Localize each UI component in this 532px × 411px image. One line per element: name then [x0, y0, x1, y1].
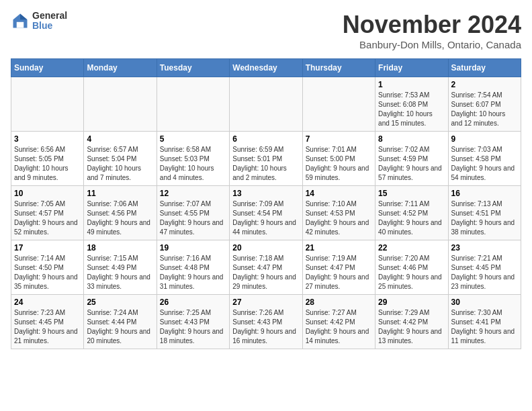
month-title: November 2024 — [343, 11, 521, 39]
day-info: Sunrise: 7:07 AM Sunset: 4:55 PM Dayligh… — [160, 199, 226, 237]
calendar-cell: 25Sunrise: 7:24 AM Sunset: 4:44 PM Dayli… — [84, 295, 157, 349]
logo-general-label: General — [32, 11, 67, 21]
day-info: Sunrise: 7:02 AM Sunset: 4:59 PM Dayligh… — [378, 145, 445, 183]
calendar-cell: 16Sunrise: 7:13 AM Sunset: 4:51 PM Dayli… — [448, 186, 521, 240]
logo-text: General Blue — [32, 11, 67, 32]
header: General Blue November 2024 Banbury-Don M… — [11, 11, 521, 50]
weekday-header-row: SundayMondayTuesdayWednesdayThursdayFrid… — [11, 59, 521, 77]
day-info: Sunrise: 6:56 AM Sunset: 5:05 PM Dayligh… — [14, 145, 81, 183]
calendar-cell: 2Sunrise: 7:54 AM Sunset: 6:07 PM Daylig… — [448, 77, 521, 132]
calendar-cell: 26Sunrise: 7:25 AM Sunset: 4:43 PM Dayli… — [157, 295, 229, 349]
day-number: 3 — [14, 134, 81, 144]
location-subtitle: Banbury-Don Mills, Ontario, Canada — [343, 39, 521, 50]
day-number: 7 — [306, 134, 372, 144]
calendar-cell: 11Sunrise: 7:06 AM Sunset: 4:56 PM Dayli… — [84, 186, 157, 240]
day-info: Sunrise: 7:11 AM Sunset: 4:52 PM Dayligh… — [378, 199, 445, 237]
week-row-2: 3Sunrise: 6:56 AM Sunset: 5:05 PM Daylig… — [11, 132, 521, 186]
day-number: 18 — [87, 243, 153, 253]
calendar-cell: 27Sunrise: 7:26 AM Sunset: 4:43 PM Dayli… — [230, 295, 302, 349]
calendar-cell: 23Sunrise: 7:21 AM Sunset: 4:45 PM Dayli… — [448, 240, 521, 295]
day-number: 15 — [378, 189, 445, 198]
calendar-cell: 10Sunrise: 7:05 AM Sunset: 4:57 PM Dayli… — [11, 186, 84, 240]
calendar-cell: 18Sunrise: 7:15 AM Sunset: 4:49 PM Dayli… — [84, 240, 157, 295]
day-info: Sunrise: 7:21 AM Sunset: 4:45 PM Dayligh… — [451, 254, 518, 291]
day-number: 13 — [232, 189, 299, 198]
day-number: 2 — [451, 80, 518, 89]
day-number: 22 — [378, 243, 445, 253]
weekday-tuesday: Tuesday — [157, 59, 229, 77]
day-number: 14 — [306, 189, 372, 198]
calendar-cell — [11, 77, 84, 132]
calendar-cell: 21Sunrise: 7:19 AM Sunset: 4:47 PM Dayli… — [302, 240, 375, 295]
day-number: 26 — [160, 298, 226, 307]
logo-blue-label: Blue — [32, 21, 67, 31]
day-info: Sunrise: 7:54 AM Sunset: 6:07 PM Dayligh… — [451, 91, 518, 128]
calendar-cell: 15Sunrise: 7:11 AM Sunset: 4:52 PM Dayli… — [375, 186, 448, 240]
calendar-cell: 12Sunrise: 7:07 AM Sunset: 4:55 PM Dayli… — [157, 186, 229, 240]
day-number: 11 — [87, 189, 153, 198]
day-info: Sunrise: 7:03 AM Sunset: 4:58 PM Dayligh… — [451, 145, 518, 183]
day-number: 23 — [451, 243, 518, 253]
calendar-table: SundayMondayTuesdayWednesdayThursdayFrid… — [11, 58, 521, 349]
day-info: Sunrise: 7:19 AM Sunset: 4:47 PM Dayligh… — [306, 254, 372, 291]
day-info: Sunrise: 7:20 AM Sunset: 4:46 PM Dayligh… — [378, 254, 445, 291]
day-info: Sunrise: 7:26 AM Sunset: 4:43 PM Dayligh… — [232, 308, 299, 346]
day-number: 27 — [232, 298, 299, 307]
week-row-4: 17Sunrise: 7:14 AM Sunset: 4:50 PM Dayli… — [11, 240, 521, 295]
calendar-cell: 22Sunrise: 7:20 AM Sunset: 4:46 PM Dayli… — [375, 240, 448, 295]
day-number: 25 — [87, 298, 153, 307]
day-info: Sunrise: 7:23 AM Sunset: 4:45 PM Dayligh… — [14, 308, 81, 346]
day-number: 24 — [14, 298, 81, 307]
calendar-cell: 30Sunrise: 7:30 AM Sunset: 4:41 PM Dayli… — [448, 295, 521, 349]
calendar-cell: 29Sunrise: 7:29 AM Sunset: 4:42 PM Dayli… — [375, 295, 448, 349]
day-number: 19 — [160, 243, 226, 253]
calendar-cell: 6Sunrise: 6:59 AM Sunset: 5:01 PM Daylig… — [230, 132, 302, 186]
calendar-cell — [302, 77, 375, 132]
calendar-cell: 7Sunrise: 7:01 AM Sunset: 5:00 PM Daylig… — [302, 132, 375, 186]
calendar-cell: 1Sunrise: 7:53 AM Sunset: 6:08 PM Daylig… — [375, 77, 448, 132]
day-number: 9 — [451, 134, 518, 144]
weekday-wednesday: Wednesday — [230, 59, 302, 77]
calendar-cell: 17Sunrise: 7:14 AM Sunset: 4:50 PM Dayli… — [11, 240, 84, 295]
day-info: Sunrise: 7:16 AM Sunset: 4:48 PM Dayligh… — [160, 254, 226, 291]
day-info: Sunrise: 7:13 AM Sunset: 4:51 PM Dayligh… — [451, 199, 518, 237]
calendar-cell: 9Sunrise: 7:03 AM Sunset: 4:58 PM Daylig… — [448, 132, 521, 186]
day-number: 8 — [378, 134, 445, 144]
day-info: Sunrise: 6:59 AM Sunset: 5:01 PM Dayligh… — [232, 145, 299, 183]
day-info: Sunrise: 6:58 AM Sunset: 5:03 PM Dayligh… — [160, 145, 226, 183]
logo-icon — [11, 11, 30, 30]
calendar-cell: 5Sunrise: 6:58 AM Sunset: 5:03 PM Daylig… — [157, 132, 229, 186]
calendar-cell: 19Sunrise: 7:16 AM Sunset: 4:48 PM Dayli… — [157, 240, 229, 295]
calendar-cell — [157, 77, 229, 132]
day-info: Sunrise: 7:10 AM Sunset: 4:53 PM Dayligh… — [306, 199, 372, 237]
day-info: Sunrise: 6:57 AM Sunset: 5:04 PM Dayligh… — [87, 145, 153, 183]
day-info: Sunrise: 7:29 AM Sunset: 4:42 PM Dayligh… — [378, 308, 445, 346]
day-number: 28 — [306, 298, 372, 307]
day-number: 1 — [378, 80, 445, 89]
calendar-header: SundayMondayTuesdayWednesdayThursdayFrid… — [11, 59, 521, 77]
day-number: 20 — [232, 243, 299, 253]
weekday-friday: Friday — [375, 59, 448, 77]
weekday-thursday: Thursday — [302, 59, 375, 77]
calendar-cell: 3Sunrise: 6:56 AM Sunset: 5:05 PM Daylig… — [11, 132, 84, 186]
svg-rect-3 — [17, 22, 24, 28]
calendar-cell — [230, 77, 302, 132]
day-info: Sunrise: 7:30 AM Sunset: 4:41 PM Dayligh… — [451, 308, 518, 346]
day-number: 12 — [160, 189, 226, 198]
week-row-3: 10Sunrise: 7:05 AM Sunset: 4:57 PM Dayli… — [11, 186, 521, 240]
day-number: 5 — [160, 134, 226, 144]
calendar-cell — [84, 77, 157, 132]
day-info: Sunrise: 7:09 AM Sunset: 4:54 PM Dayligh… — [232, 199, 299, 237]
day-info: Sunrise: 7:15 AM Sunset: 4:49 PM Dayligh… — [87, 254, 153, 291]
day-number: 6 — [232, 134, 299, 144]
week-row-1: 1Sunrise: 7:53 AM Sunset: 6:08 PM Daylig… — [11, 77, 521, 132]
calendar-cell: 13Sunrise: 7:09 AM Sunset: 4:54 PM Dayli… — [230, 186, 302, 240]
day-info: Sunrise: 7:27 AM Sunset: 4:42 PM Dayligh… — [306, 308, 372, 346]
week-row-5: 24Sunrise: 7:23 AM Sunset: 4:45 PM Dayli… — [11, 295, 521, 349]
day-number: 17 — [14, 243, 81, 253]
calendar-cell: 20Sunrise: 7:18 AM Sunset: 4:47 PM Dayli… — [230, 240, 302, 295]
calendar-cell: 8Sunrise: 7:02 AM Sunset: 4:59 PM Daylig… — [375, 132, 448, 186]
svg-marker-2 — [20, 14, 28, 20]
day-info: Sunrise: 7:18 AM Sunset: 4:47 PM Dayligh… — [232, 254, 299, 291]
weekday-sunday: Sunday — [11, 59, 84, 77]
